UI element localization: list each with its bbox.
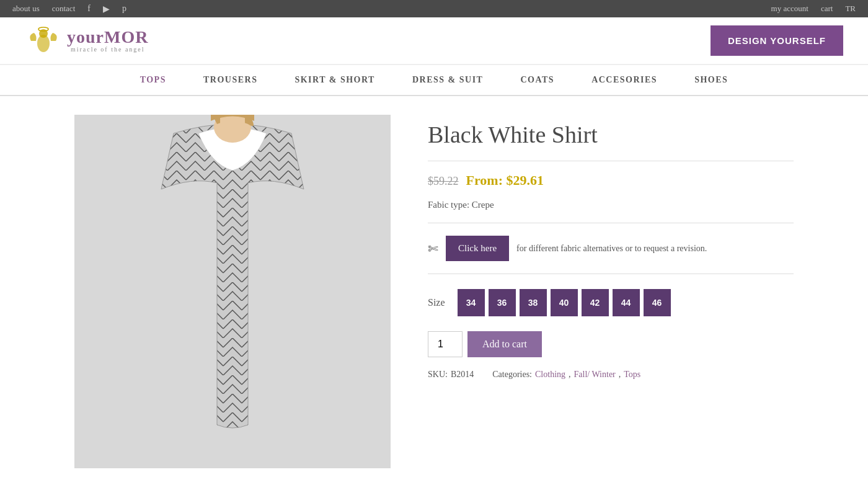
size-options: 34 36 38 40 42 44 46 [458, 289, 671, 316]
nav-item-tops[interactable]: TOPS [122, 65, 185, 95]
original-price: $59.22 [428, 175, 459, 187]
logo-brand[interactable]: yourMOR [67, 29, 148, 46]
size-btn-40[interactable]: 40 [551, 289, 578, 316]
category-clothing[interactable]: Clothing [535, 370, 565, 380]
product-image-wrapper [74, 115, 391, 468]
fabric-info: Fabic type: Crepe [428, 200, 794, 210]
price-divider [428, 161, 794, 161]
nav-items: TOPS TROUSERS SKIRT & SHORT DRESS & SUIT… [122, 65, 747, 95]
fabric-value: Crepe [472, 200, 494, 210]
my-account-link[interactable]: my account [771, 4, 808, 14]
sku-label: SKU: [428, 370, 448, 380]
header: yourMOR miracle of the angel DESIGN YOUR… [0, 17, 868, 65]
size-btn-42[interactable]: 42 [582, 289, 609, 316]
click-here-button[interactable]: Click here [446, 236, 509, 261]
top-bar-right: my account cart TR [771, 4, 856, 14]
logo-angel-icon [25, 24, 62, 58]
main-nav: TOPS TROUSERS SKIRT & SHORT DRESS & SUIT… [0, 65, 868, 96]
price-section: $59.22 From: $29.61 [428, 172, 794, 189]
click-here-section: ✄ Click here for different fabric altern… [428, 236, 794, 261]
cart-link[interactable]: cart [821, 4, 833, 14]
top-bar: about us contact f ▶ p my account cart T… [0, 0, 868, 17]
nav-item-trousers[interactable]: TROUSERS [185, 65, 276, 95]
add-to-cart-button[interactable]: Add to cart [467, 331, 542, 357]
logo-wrapper: yourMOR miracle of the angel [25, 24, 148, 58]
section-divider-1 [428, 223, 794, 223]
sku-value: B2014 [451, 370, 474, 380]
sale-price: From: $29.61 [466, 172, 544, 188]
product-meta: SKU: B2014 Categories: Clothing, Fall/ W… [428, 370, 794, 380]
nav-item-coats[interactable]: COATS [502, 65, 573, 95]
size-btn-34[interactable]: 34 [458, 289, 485, 316]
product-photo [74, 115, 391, 468]
product-container: Black White Shirt $59.22 From: $29.61 Fa… [0, 96, 868, 487]
category-tops[interactable]: Tops [624, 370, 640, 380]
pinterest-icon[interactable]: p [122, 4, 126, 14]
size-btn-46[interactable]: 46 [644, 289, 671, 316]
nav-item-accesories[interactable]: ACCESORIES [573, 65, 676, 95]
size-btn-44[interactable]: 44 [613, 289, 640, 316]
product-image [74, 115, 391, 468]
logo-text-area: yourMOR miracle of the angel [67, 29, 148, 53]
instagram-icon[interactable]: ▶ [103, 4, 110, 14]
fabric-label: Fabic type: [428, 200, 469, 210]
section-divider-2 [428, 274, 794, 274]
nav-item-dress-suit[interactable]: DRESS & SUIT [394, 65, 502, 95]
meta-categories: Categories: Clothing, Fall/ Winter, Tops [492, 370, 640, 380]
about-us-link[interactable]: about us [12, 4, 40, 14]
size-btn-38[interactable]: 38 [520, 289, 547, 316]
top-bar-left: about us contact f ▶ p [12, 4, 126, 14]
click-here-description: for different fabric alternatives or to … [516, 244, 707, 254]
design-yourself-button[interactable]: DESIGN YOURSELF [711, 25, 843, 56]
scissors-icon: ✄ [428, 241, 438, 256]
category-fall-winter[interactable]: Fall/ Winter [574, 370, 616, 380]
facebook-icon[interactable]: f [87, 4, 91, 14]
logo-tagline: miracle of the angel [71, 46, 145, 53]
add-to-cart-section: Add to cart [428, 331, 794, 357]
size-label: Size 34 36 38 40 42 44 46 [428, 289, 794, 316]
nav-item-shoes[interactable]: SHOES [676, 65, 746, 95]
quantity-input[interactable] [428, 331, 463, 357]
contact-link[interactable]: contact [52, 4, 76, 14]
svg-rect-6 [220, 115, 245, 133]
product-title: Black White Shirt [428, 121, 794, 148]
size-section: Size 34 36 38 40 42 44 46 [428, 289, 794, 316]
language-toggle[interactable]: TR [845, 4, 856, 14]
categories-label: Categories: [492, 370, 532, 380]
nav-item-skirt-short[interactable]: SKIRT & SHORT [276, 65, 394, 95]
product-details: Black White Shirt $59.22 From: $29.61 Fa… [428, 115, 794, 468]
size-btn-36[interactable]: 36 [489, 289, 516, 316]
meta-sku: SKU: B2014 [428, 370, 474, 380]
